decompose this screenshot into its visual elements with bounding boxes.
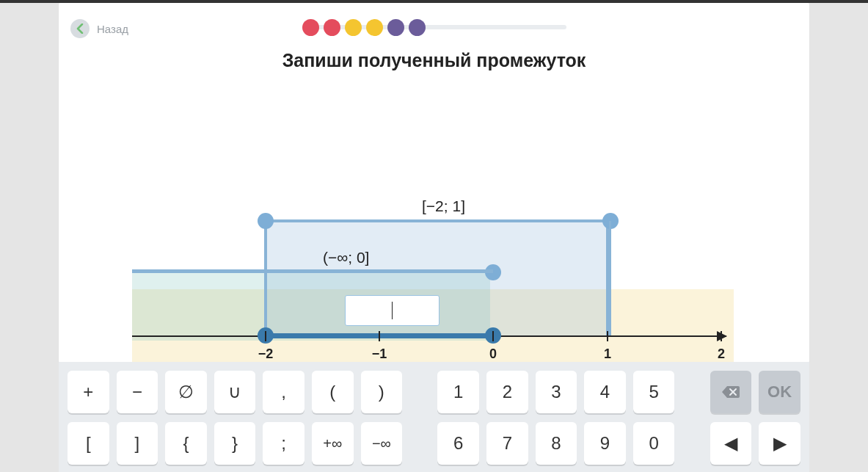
- progress-dot: [387, 19, 404, 36]
- tick-label: 0: [489, 346, 497, 362]
- axis-tick: [721, 331, 722, 341]
- progress-dot: [366, 19, 383, 36]
- keyboard-row-2: [ ] { } ; +∞ −∞ 6 7 8 9 0 ◀ ▶: [68, 422, 800, 465]
- key-plus[interactable]: +: [68, 371, 109, 413]
- answer-input[interactable]: [345, 295, 440, 326]
- axis-tick: [492, 331, 494, 341]
- key-7[interactable]: 7: [486, 422, 528, 465]
- math-keyboard: + − ∅ ∪ , ( ) 1 2 3 4 5 OK [ ] { } ; +∞ …: [59, 362, 809, 472]
- key-5[interactable]: 5: [633, 371, 675, 413]
- back-icon: [70, 19, 90, 38]
- key-4[interactable]: 4: [584, 371, 626, 413]
- interval-mid-label: (−∞; 0]: [323, 249, 369, 266]
- progress-bar: [302, 19, 566, 36]
- key-3[interactable]: 3: [536, 371, 577, 413]
- caret: [392, 302, 393, 319]
- key-union[interactable]: ∪: [214, 371, 256, 413]
- interval-top-label: [−2; 1]: [422, 197, 465, 215]
- key-minus-infinity[interactable]: −∞: [361, 422, 403, 465]
- key-right[interactable]: ▶: [759, 422, 800, 465]
- ray-line: [132, 269, 493, 273]
- key-0[interactable]: 0: [633, 422, 675, 465]
- keyboard-row-1: + − ∅ ∪ , ( ) 1 2 3 4 5 OK: [68, 371, 800, 413]
- key-minus[interactable]: −: [117, 371, 158, 413]
- axis-tick: [379, 331, 380, 341]
- back-label: Назад: [97, 23, 128, 35]
- progress-dot: [345, 19, 362, 36]
- key-6[interactable]: 6: [437, 422, 479, 465]
- key-rbrace[interactable]: }: [214, 422, 256, 465]
- key-ok[interactable]: OK: [759, 371, 800, 413]
- progress-dot: [324, 19, 340, 36]
- axis-tick: [265, 331, 266, 341]
- key-8[interactable]: 8: [536, 422, 577, 465]
- key-empty-set[interactable]: ∅: [165, 371, 207, 413]
- key-left[interactable]: ◀: [710, 422, 752, 465]
- progress-dot: [409, 19, 426, 36]
- tick-label: 2: [718, 346, 725, 362]
- axis-tick: [607, 331, 608, 341]
- progress-dot: [302, 19, 319, 36]
- key-rparen[interactable]: ): [361, 371, 403, 413]
- page-title: Запиши полученный промежуток: [59, 50, 809, 71]
- number-line-diagram: [−2; 1] (−∞; 0] −2 −1 0 1 2: [132, 194, 734, 363]
- key-lbrace[interactable]: {: [165, 422, 207, 465]
- key-backspace[interactable]: [710, 371, 752, 413]
- backspace-icon: [721, 385, 740, 399]
- exercise-card: Назад Запиши полученный промежуток [−2; …: [59, 3, 809, 363]
- key-comma[interactable]: ,: [263, 371, 304, 413]
- tick-label: 1: [604, 346, 611, 362]
- tick-label: −1: [372, 346, 387, 362]
- key-lbracket[interactable]: [: [68, 422, 109, 465]
- key-plus-infinity[interactable]: +∞: [312, 422, 354, 465]
- key-1[interactable]: 1: [437, 371, 479, 413]
- key-semicolon[interactable]: ;: [263, 422, 304, 465]
- tick-label: −2: [258, 346, 274, 362]
- progress-dots: [302, 19, 566, 36]
- key-2[interactable]: 2: [486, 371, 528, 413]
- vline: [609, 221, 611, 336]
- key-rbracket[interactable]: ]: [117, 422, 158, 465]
- back-button[interactable]: Назад: [70, 19, 128, 38]
- endpoint: [258, 213, 274, 229]
- key-9[interactable]: 9: [584, 422, 626, 465]
- key-lparen[interactable]: (: [312, 371, 354, 413]
